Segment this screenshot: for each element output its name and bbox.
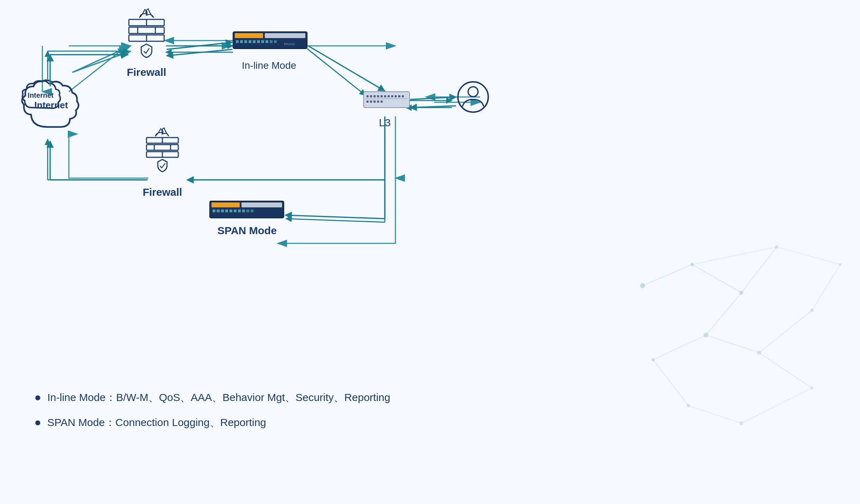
svg-text:Internet: Internet — [28, 91, 54, 99]
svg-line-115 — [653, 335, 706, 360]
svg-rect-51 — [384, 95, 386, 97]
svg-rect-46 — [366, 95, 369, 97]
svg-line-114 — [706, 293, 741, 335]
bullet-text-1: In-line Mode：B/W-M、QoS、AAA、Behavior Mgt、… — [47, 390, 390, 405]
svg-rect-61 — [377, 101, 379, 103]
svg-line-112 — [692, 265, 741, 293]
svg-rect-80 — [234, 210, 237, 212]
svg-line-90 — [308, 46, 385, 91]
firewall-top-icon — [129, 9, 164, 57]
svg-rect-38 — [253, 40, 256, 43]
svg-point-64 — [468, 87, 478, 97]
svg-rect-75 — [213, 210, 215, 212]
svg-line-123 — [692, 247, 777, 265]
svg-line-91 — [410, 97, 456, 99]
svg-rect-60 — [374, 101, 376, 103]
svg-rect-62 — [381, 101, 383, 103]
svg-rect-48 — [374, 95, 376, 97]
svg-rect-84 — [251, 210, 253, 212]
svg-rect-50 — [381, 95, 383, 97]
svg-rect-32 — [235, 33, 263, 38]
svg-rect-66 — [147, 145, 178, 150]
bullet-list: In-line Mode：B/W-M、QoS、AAA、Behavior Mgt、… — [35, 390, 390, 441]
inline-mode-label: In-line Mode — [242, 60, 296, 71]
svg-rect-33 — [265, 33, 305, 38]
svg-line-98 — [285, 215, 385, 219]
svg-rect-76 — [217, 210, 220, 212]
svg-line-122 — [759, 353, 812, 388]
svg-rect-73 — [211, 202, 240, 207]
svg-rect-47 — [370, 95, 372, 97]
svg-rect-37 — [249, 40, 251, 43]
svg-rect-45 — [364, 92, 410, 108]
svg-rect-42 — [270, 40, 273, 43]
svg-rect-58 — [366, 101, 369, 103]
svg-line-116 — [706, 335, 759, 353]
svg-rect-53 — [391, 95, 393, 97]
svg-line-121 — [741, 388, 812, 423]
svg-line-119 — [653, 360, 688, 406]
svg-rect-81 — [238, 210, 241, 212]
internet-node: Internet — [22, 80, 78, 127]
svg-line-124 — [777, 247, 840, 265]
svg-rect-59 — [370, 101, 372, 103]
svg-rect-78 — [225, 210, 228, 212]
svg-rect-41 — [265, 40, 268, 43]
svg-rect-34 — [236, 40, 239, 43]
svg-rect-55 — [398, 95, 400, 97]
bullet-item-1: In-line Mode：B/W-M、QoS、AAA、Behavior Mgt、… — [35, 390, 390, 405]
user-icon — [458, 82, 488, 112]
svg-rect-77 — [221, 210, 224, 212]
svg-rect-74 — [241, 202, 282, 207]
firewall-bottom-icon — [147, 128, 178, 172]
l3-switch-icon — [364, 92, 410, 108]
svg-rect-43 — [274, 40, 277, 43]
bullet-item-2: SPAN Mode：Connection Logging、Reporting — [35, 415, 390, 430]
bullet-dot-1 — [35, 395, 40, 400]
svg-line-118 — [812, 265, 840, 310]
svg-rect-56 — [402, 95, 404, 97]
svg-line-113 — [741, 247, 777, 293]
svg-text:Internet: Internet — [34, 100, 68, 110]
span-mode-label: SPAN Mode — [217, 225, 277, 236]
svg-rect-54 — [395, 95, 397, 97]
svg-rect-52 — [388, 95, 390, 97]
bullet-dot-2 — [35, 420, 40, 425]
svg-rect-82 — [242, 210, 245, 212]
svg-line-120 — [688, 406, 741, 423]
bullet-text-2: SPAN Mode：Connection Logging、Reporting — [47, 415, 266, 430]
svg-line-111 — [643, 265, 692, 286]
firewall-top-label: Firewall — [127, 66, 166, 78]
svg-line-117 — [759, 310, 812, 353]
svg-rect-49 — [377, 95, 379, 97]
svg-rect-25 — [129, 27, 164, 34]
svg-rect-79 — [229, 210, 232, 212]
svg-line-14 — [307, 49, 365, 95]
svg-rect-83 — [246, 210, 249, 212]
svg-rect-36 — [244, 40, 247, 43]
svg-text:BRAND: BRAND — [284, 42, 295, 46]
svg-rect-39 — [257, 40, 260, 43]
span-device-icon — [210, 201, 284, 218]
inline-device-icon: BRAND — [233, 32, 307, 49]
svg-rect-40 — [261, 40, 264, 43]
svg-rect-35 — [240, 40, 243, 43]
firewall-bottom-label: Firewall — [143, 186, 182, 198]
svg-line-22 — [286, 219, 385, 222]
